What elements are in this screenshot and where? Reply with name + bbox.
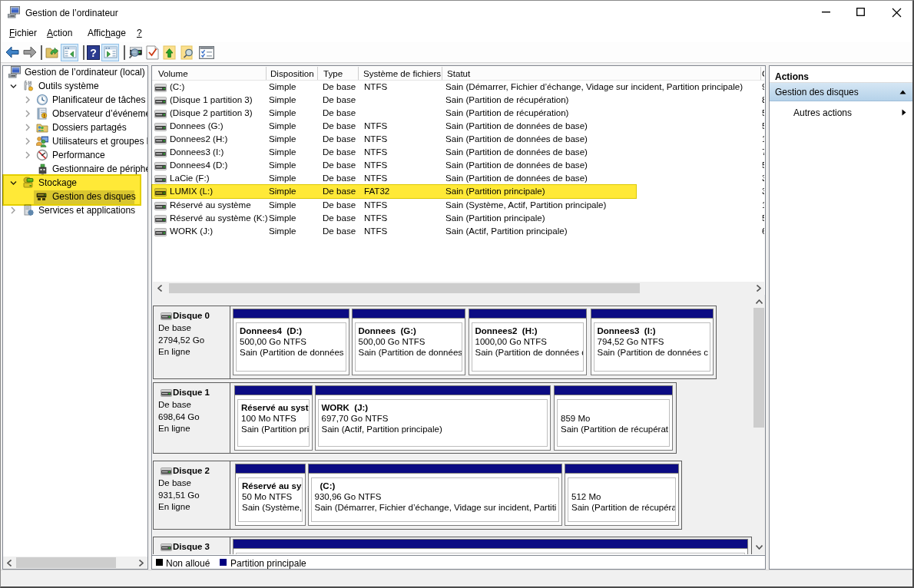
svg-text:?: ? [90, 47, 97, 59]
